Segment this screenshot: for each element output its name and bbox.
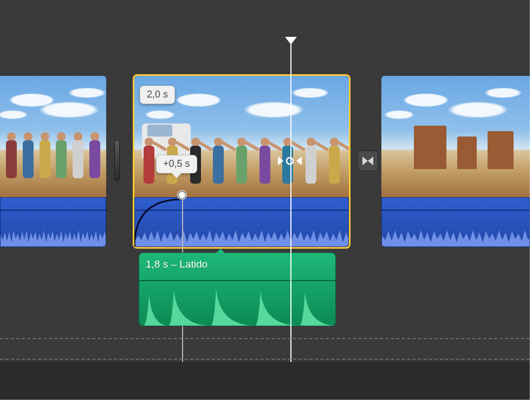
trim-handle-icon[interactable]	[278, 155, 302, 167]
clip-audio-track[interactable]	[381, 197, 530, 247]
detached-audio-clip[interactable]: 1,8 s – Latido	[139, 252, 336, 326]
clip-audio-track[interactable]	[0, 197, 106, 247]
panel-divider	[0, 35, 530, 35]
clip-thumbnail	[0, 76, 106, 197]
audio-link-notch	[215, 249, 226, 254]
clip-duration-badge: 2,0 s	[140, 86, 175, 104]
clip-thumbnail	[381, 76, 530, 197]
fade-offset-badge: +0,5 s	[156, 155, 197, 173]
drop-zone-line	[0, 338, 530, 339]
volume-line[interactable]	[139, 280, 335, 281]
clip-audio-track[interactable]	[134, 197, 349, 247]
audio-waveform	[139, 284, 336, 326]
bottom-area	[0, 362, 530, 400]
video-clip-3[interactable]	[381, 76, 530, 247]
video-clip-1[interactable]	[0, 76, 106, 247]
audio-clip-label: 1,8 s – Latido	[146, 258, 207, 270]
svg-point-0	[287, 158, 293, 164]
drop-zone-line	[0, 359, 530, 360]
transition-icon[interactable]	[358, 151, 378, 171]
timeline-stage: 2,0 s +0,5 s 1,8 s – Latido	[0, 0, 530, 399]
clip-gap-handle[interactable]	[113, 139, 121, 182]
